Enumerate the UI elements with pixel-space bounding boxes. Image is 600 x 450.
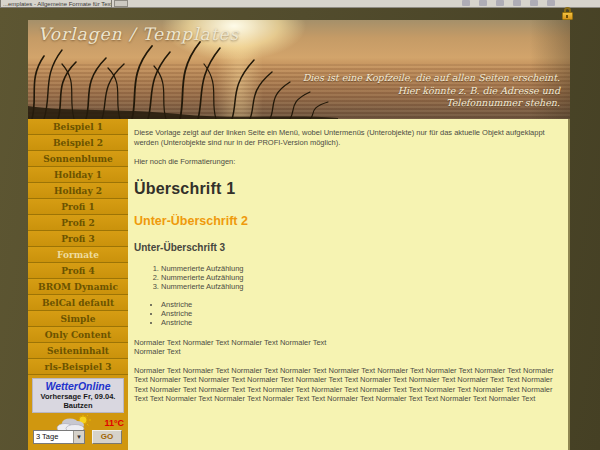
site-title: Vorlagen / Templates [38,24,239,44]
bullet-list-item: Anstriche [161,309,560,318]
pages-icon[interactable] [479,0,487,6]
normal-text-short: Normaler Text Normaler Text Normaler Tex… [134,338,560,357]
main-content: Diese Vorlage zeigt auf der linken Seite… [128,119,570,450]
sidebar-item-profi-4[interactable]: Profi 4 [28,263,128,279]
sidebar-item-beispiel-2[interactable]: Beispiel 2 [28,135,128,151]
normal-text-long: Normaler Text Normaler Text Normaler Tex… [134,366,568,404]
screen: ...emplates - Allgemeine Formate für Tex… [0,0,600,450]
intro-paragraph: Diese Vorlage zeigt auf der linken Seite… [134,128,566,147]
wetteronline-logo[interactable]: WetterOnline [33,380,123,392]
bullet-list-item: Anstriche [161,318,560,327]
bullet-list-item: Anstriche [161,300,560,309]
sidebar-item-belcal-default[interactable]: BelCal default [28,295,128,311]
browser-tab-button[interactable] [114,0,128,7]
lock-icon [561,7,574,20]
sidebar-item-holiday-1[interactable]: Holiday 1 [28,167,128,183]
tagline-line: Hier könnte z. B. die Adresse und [398,85,560,96]
weather-controls: 3 Tage ▼ GO [32,430,124,445]
dune-grass-silhouette [28,34,338,119]
help-icon[interactable] [547,0,555,6]
sidebar: Beispiel 1 Beispiel 2 Sonnenblume Holida… [28,119,128,450]
bullet-list: Anstriche Anstriche Anstriche [134,300,560,327]
weather-widget: WetterOnline Vorhersage Fr, 09.04. Bautz… [28,377,128,450]
sidebar-item-profi-2[interactable]: Profi 2 [28,215,128,231]
sidebar-item-sonnenblume[interactable]: Sonnenblume [28,151,128,167]
weather-forecast-date: Vorhersage Fr, 09.04. [33,392,123,401]
sidebar-item-profi-1[interactable]: Profi 1 [28,199,128,215]
formats-note: Hier noch die Formatierungen: [134,157,560,167]
normal-text-line: Normaler Text [134,347,181,356]
numbered-list: Nummerierte Aufzählung Nummerierte Aufzä… [134,264,560,291]
minimize-icon[interactable] [496,0,504,6]
weather-panel: WetterOnline Vorhersage Fr, 09.04. Bautz… [32,378,124,413]
sidebar-item-only-content[interactable]: Only Content [28,327,128,343]
numbered-list-item: Nummerierte Aufzählung [161,273,560,282]
sidebar-item-brom-dynamic[interactable]: BROM Dynamic [28,279,128,295]
forecast-range-value: 3 Tage [36,432,58,441]
numbered-list-item: Nummerierte Aufzählung [161,282,560,291]
shield-icon[interactable] [530,0,538,6]
weather-go-button[interactable]: GO [92,430,122,444]
header-tagline: Dies ist eine Kopfzeile, die auf allen S… [303,72,560,110]
sidebar-item-formate[interactable]: Formate [28,247,128,263]
sidebar-item-simple[interactable]: Simple [28,311,128,327]
heading-2: Unter-Überschrift 2 [134,214,560,228]
sidebar-item-profi-3[interactable]: Profi 3 [28,231,128,247]
sidebar-item-beispiel-1[interactable]: Beispiel 1 [28,119,128,135]
heading-3: Unter-Überschrift 3 [134,242,560,253]
tagline-line: Telefonnummer stehen. [446,97,560,108]
browser-toolbar-icons [462,0,555,7]
restore-icon[interactable] [513,0,521,6]
lock-keyhole [566,15,568,18]
header-image: Vorlagen / Templates Dies ist eine Kopfz… [28,20,570,119]
sidebar-item-holiday-2[interactable]: Holiday 2 [28,183,128,199]
numbered-list-item: Nummerierte Aufzählung [161,264,560,273]
browser-tab[interactable]: ...emplates - Allgemeine Formate für Tex… [0,0,112,8]
sidebar-item-seiteninhalt[interactable]: Seiteninhalt [28,343,128,359]
tagline-line: Dies ist eine Kopfzeile, die auf allen S… [303,72,560,83]
sidebar-item-rls-beispiel-3[interactable]: rls-Beispiel 3 [28,359,128,375]
temperature-value: 11°C [104,418,124,428]
print-icon[interactable] [462,0,470,6]
forecast-range-select[interactable]: 3 Tage ▼ [33,430,85,444]
browser-tab-title: ...emplates - Allgemeine Formate für Tex… [3,1,112,7]
browser-titlebar: ...emplates - Allgemeine Formate für Tex… [0,0,600,8]
normal-text-line: Normaler Text Normaler Text Normaler Tex… [134,338,326,347]
chevron-down-icon[interactable]: ▼ [73,431,84,443]
weather-city: Bautzen [33,401,123,410]
heading-1: Überschrift 1 [134,180,560,198]
